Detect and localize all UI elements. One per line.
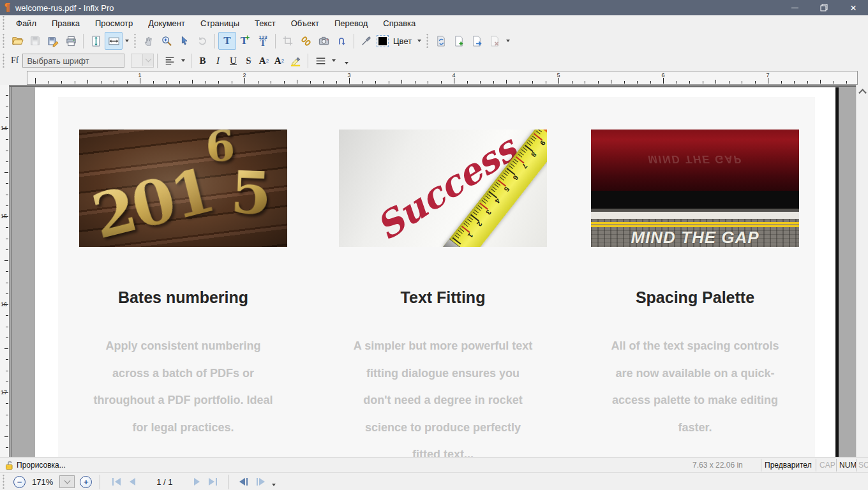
font-size-combo[interactable] <box>131 54 154 68</box>
color-picker-button[interactable]: Цвет <box>375 32 415 50</box>
text-tool-button[interactable]: T <box>218 32 236 50</box>
open-button[interactable] <box>8 32 26 50</box>
nav-overflow-dropdown[interactable] <box>272 484 276 486</box>
font-name-combo[interactable]: Выбрать шрифт <box>22 54 124 68</box>
toolbar-overflow-dropdown[interactable] <box>345 62 348 64</box>
bates-numbering-button[interactable]: 123 T <box>254 32 272 50</box>
document-viewport[interactable]: 201 6 5 Bates numbering Apply consistent… <box>0 85 868 457</box>
menu-translate[interactable]: Перевод <box>327 17 375 30</box>
last-page-button[interactable] <box>209 478 217 486</box>
menu-view[interactable]: Просмотр <box>87 17 140 30</box>
minimize-icon <box>791 8 798 8</box>
column-paragraph[interactable]: A simpler but more powerful text fitting… <box>339 332 547 457</box>
first-page-button[interactable] <box>112 478 121 486</box>
color-dropdown[interactable] <box>417 40 421 42</box>
extract-page-button[interactable] <box>468 32 486 50</box>
forward-icon <box>259 478 265 486</box>
line-spacing-button[interactable] <box>311 52 329 70</box>
column-paragraph[interactable]: All of the text spacing controls are now… <box>591 332 799 441</box>
menu-file[interactable]: Файл <box>8 17 44 30</box>
column-heading[interactable]: Spacing Palette <box>591 288 799 307</box>
image-mind-the-gap-platform[interactable]: MIND THE GAP MIND THE GAP <box>591 130 799 247</box>
underline-button[interactable]: U <box>225 53 241 68</box>
delete-page-button[interactable] <box>486 32 504 50</box>
column-heading[interactable]: Text Fitting <box>339 288 547 307</box>
line-spacing-dropdown[interactable] <box>332 59 336 62</box>
zoom-combo-dropdown[interactable] <box>59 475 75 488</box>
align-dropdown[interactable] <box>181 59 185 62</box>
pages-dropdown[interactable] <box>506 40 510 42</box>
minimize-button[interactable] <box>780 0 809 15</box>
vignette-overlay <box>79 130 287 247</box>
menu-object[interactable]: Объект <box>283 17 327 30</box>
ruler-edge-line <box>11 87 12 457</box>
bold-button[interactable]: B <box>195 53 210 68</box>
menu-text[interactable]: Текст <box>247 17 283 30</box>
restore-button[interactable] <box>809 0 839 15</box>
yellow-line <box>591 222 799 227</box>
toolbar-separator <box>275 34 276 48</box>
menubar-grip[interactable] <box>2 16 5 30</box>
eyedropper-button[interactable] <box>357 32 375 50</box>
bottom-toolbar: − 171% + 1 / 1 <box>0 472 868 490</box>
snapshot-tool-button[interactable] <box>315 32 333 50</box>
toolbar-grip[interactable] <box>2 54 5 68</box>
previous-page-icon <box>130 478 135 486</box>
toolbar-separator <box>100 475 100 489</box>
undo-button[interactable] <box>333 32 350 50</box>
column-paragraph[interactable]: Apply consistent numbering across a batc… <box>79 332 287 441</box>
chevron-down-icon <box>64 478 70 484</box>
menu-help[interactable]: Справка <box>375 17 423 30</box>
menu-document[interactable]: Документ <box>140 17 193 30</box>
toolbar-separator <box>214 34 215 48</box>
superscript-button[interactable]: A2 <box>256 53 271 68</box>
hand-tool-button[interactable] <box>140 32 158 50</box>
toolbar-grip[interactable] <box>133 34 137 48</box>
subscript-button[interactable]: A2 <box>271 53 287 68</box>
toolbar-grip[interactable] <box>2 475 5 489</box>
font-size-dropdown[interactable] <box>142 54 153 66</box>
pdf-page[interactable]: 201 6 5 Bates numbering Apply consistent… <box>35 87 835 457</box>
insert-page-button[interactable] <box>450 32 468 50</box>
italic-button[interactable]: I <box>210 53 225 68</box>
menu-edit[interactable]: Правка <box>44 17 87 30</box>
select-tool-button[interactable] <box>176 32 193 50</box>
red-train: MIND THE GAP <box>591 130 799 191</box>
next-page-button[interactable] <box>194 478 200 486</box>
column-heading[interactable]: Bates numbering <box>79 288 287 307</box>
view-back-button[interactable] <box>239 478 248 486</box>
fit-width-button[interactable] <box>105 32 123 50</box>
back-icon <box>239 478 245 486</box>
page-content-block: 201 6 5 Bates numbering Apply consistent… <box>58 97 815 457</box>
create-text-button[interactable]: T + <box>236 32 254 50</box>
open-folder-icon <box>11 35 24 47</box>
zoom-mode-dropdown[interactable] <box>125 40 129 42</box>
toolbar-grip[interactable] <box>426 34 429 48</box>
page-refresh-icon <box>435 35 447 47</box>
menu-pages[interactable]: Страницы <box>193 17 247 30</box>
image-2015-2016-gold-numbers[interactable]: 201 6 5 <box>79 130 287 247</box>
close-button[interactable]: × <box>839 0 868 15</box>
toolbar-separator <box>157 54 158 68</box>
vertical-scrollbar[interactable] <box>856 85 868 457</box>
strikethrough-button[interactable]: S <box>241 53 256 68</box>
view-forward-button[interactable] <box>257 478 265 486</box>
save-as-button[interactable] <box>44 32 62 50</box>
scroll-up-icon <box>858 89 867 97</box>
previous-page-button[interactable] <box>130 478 135 486</box>
crop-tool-button[interactable] <box>279 32 297 50</box>
replace-pages-button[interactable] <box>432 32 450 50</box>
rotate-tool-button[interactable] <box>193 32 211 50</box>
fit-height-button[interactable] <box>87 32 105 50</box>
align-button[interactable] <box>161 52 179 70</box>
hyperlink-tool-button[interactable] <box>297 32 315 50</box>
save-button[interactable] <box>26 32 44 50</box>
zoom-tool-button[interactable] <box>158 32 176 50</box>
print-button[interactable] <box>62 32 80 50</box>
toolbar-grip[interactable] <box>2 34 5 48</box>
image-success-measuring-tape[interactable]: Success 123456789 <box>339 130 547 247</box>
zoom-in-button[interactable]: + <box>80 476 92 488</box>
highlighter-button[interactable] <box>287 52 304 70</box>
last-page-icon <box>209 478 214 486</box>
zoom-out-button[interactable]: − <box>13 476 26 488</box>
